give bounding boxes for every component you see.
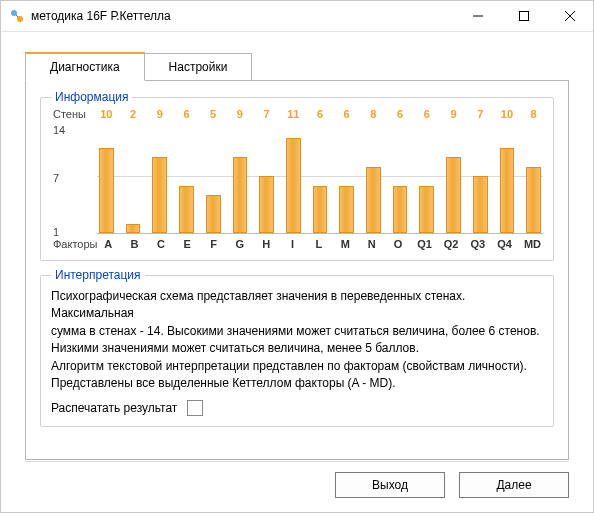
close-button[interactable] [547, 1, 593, 31]
x-tick-label: E [180, 238, 194, 250]
group-legend: Информация [51, 90, 132, 104]
y-tick-1: 1 [53, 226, 59, 238]
tab-settings[interactable]: Настройки [144, 53, 253, 80]
tab-label: Настройки [169, 60, 228, 74]
x-tick-label: O [391, 238, 405, 250]
bar-col: 6 [313, 110, 328, 233]
bar [526, 167, 541, 233]
bar-col: 8 [526, 110, 541, 233]
bar [446, 157, 461, 233]
bar [233, 157, 248, 233]
bar-col: 9 [152, 110, 167, 233]
x-tick-label: I [285, 238, 299, 250]
x-tick-label: F [206, 238, 220, 250]
bar [473, 176, 488, 233]
interp-line: сумма в стенах - 14. Высокими значениями… [51, 323, 543, 340]
tab-panel-diagnostics: Информация Стены 14 7 1 1029659711668669… [25, 80, 569, 460]
bar-value: 8 [526, 108, 541, 120]
bar-value: 6 [179, 108, 194, 120]
x-tick-label: N [364, 238, 378, 250]
x-tick-label: H [259, 238, 273, 250]
bar [179, 186, 194, 233]
bar-col: 9 [233, 110, 248, 233]
x-tick-label: B [127, 238, 141, 250]
bar [339, 186, 354, 233]
bar-value: 5 [206, 108, 221, 120]
x-tick-label: A [101, 238, 115, 250]
print-label: Распечатать результат [51, 401, 177, 415]
bar-col: 11 [286, 110, 301, 233]
bar-value: 10 [500, 108, 515, 120]
x-tick-label: Q4 [497, 238, 512, 250]
bar-col: 2 [126, 110, 141, 233]
chart-x-axis: Факторы ABCEFGHILMNOQ1Q2Q3Q4MD [51, 238, 543, 250]
tab-diagnostics[interactable]: Диагностика [25, 52, 145, 81]
next-button[interactable]: Далее [459, 472, 569, 498]
interp-line: Представлены все выделенные Кеттеллом фа… [51, 375, 543, 392]
bar-col: 8 [366, 110, 381, 233]
chart-x-labels: ABCEFGHILMNOQ1Q2Q3Q4MD [99, 238, 543, 250]
y-axis-title: Стены [53, 108, 86, 120]
bar-col: 7 [473, 110, 488, 233]
chart-plot: 10296597116686697108 [97, 110, 543, 234]
maximize-button[interactable] [501, 1, 547, 31]
bar-value: 8 [366, 108, 381, 120]
group-legend: Интерпретация [51, 268, 145, 282]
x-tick-label: G [233, 238, 247, 250]
bar-value: 9 [446, 108, 461, 120]
app-window: методика 16F Р.Кеттелла Диагностика Наст… [0, 0, 594, 513]
bar-value: 10 [99, 108, 114, 120]
x-tick-label: L [312, 238, 326, 250]
y-tick-14: 14 [53, 124, 65, 136]
bar-value: 9 [233, 108, 248, 120]
group-information: Информация Стены 14 7 1 1029659711668669… [40, 97, 554, 261]
tab-label: Диагностика [50, 60, 120, 74]
bar-value: 7 [473, 108, 488, 120]
bar [206, 195, 221, 233]
bar-value: 11 [286, 108, 301, 120]
tabstrip: Диагностика Настройки [25, 52, 569, 80]
bar-value: 7 [259, 108, 274, 120]
exit-button[interactable]: Выход [335, 472, 445, 498]
x-tick-label: Q2 [444, 238, 459, 250]
bar [313, 186, 328, 233]
y-tick-7: 7 [53, 172, 59, 184]
interp-line: Алгоритм текстовой интерпретации предста… [51, 358, 543, 375]
group-interpretation: Интерпретация Психографическая схема пре… [40, 275, 554, 427]
bar [152, 157, 167, 233]
bar-col: 7 [259, 110, 274, 233]
bar-col: 6 [393, 110, 408, 233]
bar-col: 9 [446, 110, 461, 233]
bar-col: 5 [206, 110, 221, 233]
interpretation-text: Психографическая схема представляет знач… [51, 288, 543, 392]
svg-rect-3 [520, 12, 529, 21]
footer-buttons: Выход Далее [335, 472, 569, 498]
chart-bars: 10296597116686697108 [97, 110, 543, 233]
bar [99, 148, 114, 233]
x-tick-label: Q3 [471, 238, 486, 250]
chart: Стены 14 7 1 10296597116686697108 [51, 110, 543, 234]
bar-col: 6 [419, 110, 434, 233]
bar-value: 6 [339, 108, 354, 120]
titlebar: методика 16F Р.Кеттелла [1, 1, 593, 32]
print-checkbox[interactable] [187, 400, 203, 416]
window-title: методика 16F Р.Кеттелла [31, 9, 455, 23]
print-row: Распечатать результат [51, 400, 543, 416]
bar-value: 6 [393, 108, 408, 120]
x-tick-label: C [154, 238, 168, 250]
bar [286, 138, 301, 233]
bar-value: 9 [152, 108, 167, 120]
button-label: Выход [372, 478, 408, 492]
minimize-button[interactable] [455, 1, 501, 31]
chart-y-axis: Стены 14 7 1 [51, 110, 97, 234]
interp-line: Низкими значениями может считаться велич… [51, 340, 543, 357]
bar-value: 2 [126, 108, 141, 120]
x-tick-label: Q1 [417, 238, 432, 250]
bar-col: 10 [500, 110, 515, 233]
bar-value: 6 [313, 108, 328, 120]
client-area: Диагностика Настройки Информация Стены 1… [1, 32, 593, 460]
bar [393, 186, 408, 233]
bar [419, 186, 434, 233]
app-icon [9, 8, 25, 24]
bar [126, 224, 141, 233]
